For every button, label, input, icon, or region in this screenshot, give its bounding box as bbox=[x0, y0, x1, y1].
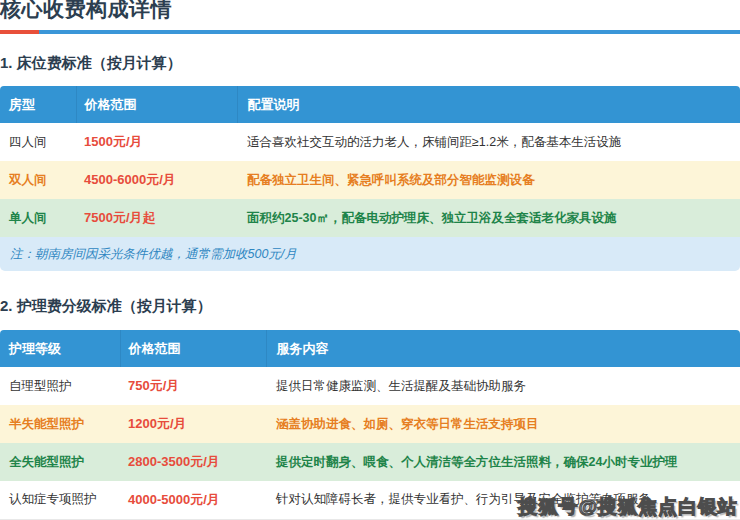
price-cell: 4000-5000元/月 bbox=[120, 481, 266, 519]
page-title: 核心收费构成详情 bbox=[0, 0, 740, 22]
service-cell: 提供日常健康监测、生活提醒及基础协助服务 bbox=[266, 367, 740, 405]
nursing-fee-table: 护理等级 价格范围 服务内容 自理型照护 750元/月 提供日常健康监测、生活提… bbox=[0, 330, 740, 520]
section-nursing-fees: 2. 护理费分级标准（按月计算） 护理等级 价格范围 服务内容 自理型照护 75… bbox=[0, 297, 740, 520]
column-header-price-range: 价格范围 bbox=[120, 330, 266, 367]
service-cell: 涵盖协助进食、如厕、穿衣等日常生活支持项目 bbox=[266, 405, 740, 443]
price-cell: 4500-6000元/月 bbox=[76, 161, 237, 199]
bed-fee-table: 房型 价格范围 配置说明 四人间 1500元/月 适合喜欢社交互动的活力老人，床… bbox=[0, 86, 740, 237]
price-cell: 7500元/月起 bbox=[76, 199, 237, 237]
care-level-cell: 全失能型照护 bbox=[0, 443, 120, 481]
config-cell: 适合喜欢社交互动的活力老人，床铺间距≥1.2米，配备基本生活设施 bbox=[237, 123, 740, 161]
divider-red-segment bbox=[0, 30, 39, 34]
table-header-row: 护理等级 价格范围 服务内容 bbox=[0, 330, 740, 367]
section-heading-bed-fees: 1. 床位费标准（按月计算） bbox=[0, 54, 740, 73]
care-level-cell: 自理型照护 bbox=[0, 367, 120, 405]
room-type-cell: 单人间 bbox=[0, 199, 76, 237]
care-level-cell: 认知症专项照护 bbox=[0, 481, 120, 519]
section-heading-nursing-fees: 2. 护理费分级标准（按月计算） bbox=[0, 297, 740, 316]
section-bed-fees: 1. 床位费标准（按月计算） 房型 价格范围 配置说明 四人间 1500元/月 … bbox=[0, 54, 740, 271]
column-header-config: 配置说明 bbox=[237, 86, 740, 123]
price-cell: 750元/月 bbox=[120, 367, 266, 405]
care-level-cell: 半失能型照护 bbox=[0, 405, 120, 443]
table-row-single: 单人间 7500元/月起 面积约25-30㎡，配备电动护理床、独立卫浴及全套适老… bbox=[0, 199, 740, 237]
price-cell: 1500元/月 bbox=[76, 123, 237, 161]
service-cell: 提供定时翻身、喂食、个人清洁等全方位生活照料，确保24小时专业护理 bbox=[266, 443, 740, 481]
table-row-double: 双人间 4500-6000元/月 配备独立卫生间、紧急呼叫系统及部分智能监测设备 bbox=[0, 161, 740, 199]
price-cell: 2800-3500元/月 bbox=[120, 443, 266, 481]
table-row-self-care: 自理型照护 750元/月 提供日常健康监测、生活提醒及基础协助服务 bbox=[0, 367, 740, 405]
table-row-semi-disabled: 半失能型照护 1200元/月 涵盖协助进食、如厕、穿衣等日常生活支持项目 bbox=[0, 405, 740, 443]
column-header-service: 服务内容 bbox=[266, 330, 740, 367]
title-divider bbox=[0, 30, 740, 34]
south-room-note: 注：朝南房间因采光条件优越，通常需加收500元/月 bbox=[0, 237, 740, 271]
table-header-row: 房型 价格范围 配置说明 bbox=[0, 86, 740, 123]
column-header-room-type: 房型 bbox=[0, 86, 76, 123]
column-header-care-level: 护理等级 bbox=[0, 330, 120, 367]
config-cell: 配备独立卫生间、紧急呼叫系统及部分智能监测设备 bbox=[237, 161, 740, 199]
price-cell: 1200元/月 bbox=[120, 405, 266, 443]
room-type-cell: 四人间 bbox=[0, 123, 76, 161]
fee-detail-page: 核心收费构成详情 1. 床位费标准（按月计算） 房型 价格范围 配置说明 四人间… bbox=[0, 0, 740, 520]
sohu-watermark: 搜狐号@搜狐焦点白银站 bbox=[518, 494, 738, 520]
column-header-price-range: 价格范围 bbox=[76, 86, 237, 123]
room-type-cell: 双人间 bbox=[0, 161, 76, 199]
table-row-four-person: 四人间 1500元/月 适合喜欢社交互动的活力老人，床铺间距≥1.2米，配备基本… bbox=[0, 123, 740, 161]
config-cell: 面积约25-30㎡，配备电动护理床、独立卫浴及全套适老化家具设施 bbox=[237, 199, 740, 237]
table-row-fully-disabled: 全失能型照护 2800-3500元/月 提供定时翻身、喂食、个人清洁等全方位生活… bbox=[0, 443, 740, 481]
